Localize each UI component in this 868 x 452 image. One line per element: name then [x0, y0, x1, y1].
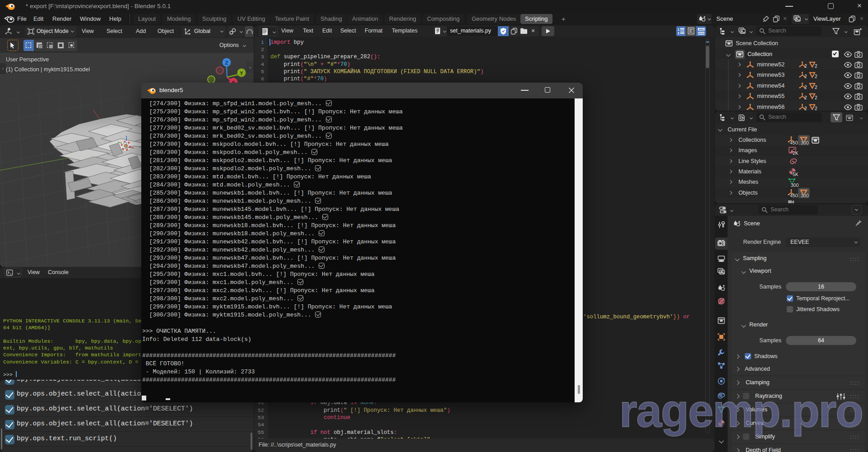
svg-text:Z: Z [225, 60, 228, 65]
svg-text:2: 2 [678, 31, 679, 35]
svg-text:Y: Y [240, 70, 243, 76]
